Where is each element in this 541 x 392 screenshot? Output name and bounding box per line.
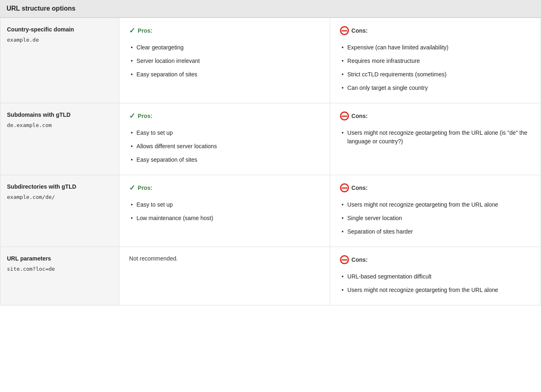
table-row: URL parameters site.com?loc=de Not recom… (0, 247, 541, 305)
pros-item: Allows different server locations (129, 140, 320, 153)
row-type-name: Subdomains with gTLD (7, 111, 112, 118)
cons-item: URL-based segmentation difficult (340, 270, 531, 283)
pros-list: Easy to set upLow maintenance (same host… (129, 198, 320, 225)
row-type-cell: URL parameters site.com?loc=de (0, 247, 119, 305)
cons-item: Single server location (340, 212, 531, 225)
cons-header: Cons: (340, 183, 531, 192)
pros-list: Easy to set upAllows different server lo… (129, 126, 320, 167)
not-recommended-text: Not recommended. (129, 255, 178, 262)
check-icon: ✓ (129, 26, 135, 35)
table-row: Subdomains with gTLD de.example.com ✓ Pr… (0, 103, 541, 175)
cons-cell: Cons: URL-based segmentation difficultUs… (330, 247, 541, 305)
cons-item: Users might not recognize geotargeting f… (340, 126, 531, 148)
cons-label: Cons: (351, 27, 368, 34)
cons-list: Users might not recognize geotargeting f… (340, 198, 531, 238)
cons-item: Separation of sites harder (340, 225, 531, 238)
cons-label: Cons: (351, 113, 368, 119)
pros-item: Easy separation of sites (129, 153, 320, 167)
no-icon (340, 183, 349, 192)
row-type-code: example.com/de/ (7, 194, 112, 200)
pros-list: Clear geotargetingServer location irrele… (129, 41, 320, 81)
cons-item: Users might not recognize geotargeting f… (340, 283, 531, 297)
pros-item: Clear geotargeting (129, 41, 320, 54)
row-type-name: Country-specific domain (7, 26, 112, 33)
pros-header: ✓ Pros: (129, 111, 320, 120)
pros-item: Server location irrelevant (129, 54, 320, 68)
comparison-table: Country-specific domain example.de ✓ Pro… (0, 18, 541, 305)
pros-label: Pros: (138, 113, 152, 119)
table-row: Subdirectories with gTLD example.com/de/… (0, 175, 541, 247)
table-header: URL structure options (0, 0, 541, 18)
cons-cell: Cons: Expensive (can have limited availa… (330, 18, 541, 103)
cons-cell: Cons: Users might not recognize geotarge… (330, 175, 541, 247)
cons-item: Users might not recognize geotargeting f… (340, 198, 531, 212)
cons-list: Expensive (can have limited availability… (340, 41, 531, 95)
check-icon: ✓ (129, 183, 135, 192)
pros-header: ✓ Pros: (129, 183, 320, 192)
pros-label: Pros: (138, 185, 152, 191)
cons-header: Cons: (340, 255, 531, 264)
cons-item: Requires more infrastructure (340, 54, 531, 68)
pros-item: Easy to set up (129, 198, 320, 212)
pros-item: Easy separation of sites (129, 68, 320, 81)
no-icon (340, 26, 349, 35)
pros-header: ✓ Pros: (129, 26, 320, 35)
no-icon (340, 255, 349, 264)
pros-cell: ✓ Pros: Clear geotargetingServer locatio… (119, 18, 330, 103)
row-type-code: example.de (7, 37, 112, 43)
cons-cell: Cons: Users might not recognize geotarge… (330, 103, 541, 175)
cons-item: Can only target a single country (340, 81, 531, 95)
pros-item: Easy to set up (129, 126, 320, 140)
pros-cell: Not recommended. (119, 247, 330, 305)
row-type-name: URL parameters (7, 255, 112, 262)
pros-item: Low maintenance (same host) (129, 212, 320, 225)
row-type-cell: Country-specific domain example.de (0, 18, 119, 103)
cons-item: Strict ccTLD requirements (sometimes) (340, 68, 531, 81)
cons-header: Cons: (340, 111, 531, 120)
check-icon: ✓ (129, 111, 135, 120)
cons-item: Expensive (can have limited availability… (340, 41, 531, 54)
row-type-cell: Subdomains with gTLD de.example.com (0, 103, 119, 175)
row-type-code: site.com?loc=de (7, 266, 112, 272)
cons-label: Cons: (351, 185, 368, 191)
row-type-cell: Subdirectories with gTLD example.com/de/ (0, 175, 119, 247)
row-type-code: de.example.com (7, 122, 112, 128)
no-icon (340, 111, 349, 120)
page-title: URL structure options (7, 5, 76, 12)
row-type-name: Subdirectories with gTLD (7, 183, 112, 190)
table-row: Country-specific domain example.de ✓ Pro… (0, 18, 541, 103)
page-container: URL structure options Country-specific d… (0, 0, 541, 305)
cons-header: Cons: (340, 26, 531, 35)
pros-label: Pros: (138, 27, 152, 34)
cons-label: Cons: (351, 256, 368, 263)
cons-list: Users might not recognize geotargeting f… (340, 126, 531, 148)
pros-cell: ✓ Pros: Easy to set upAllows different s… (119, 103, 330, 175)
cons-list: URL-based segmentation difficultUsers mi… (340, 270, 531, 297)
pros-cell: ✓ Pros: Easy to set upLow maintenance (s… (119, 175, 330, 247)
